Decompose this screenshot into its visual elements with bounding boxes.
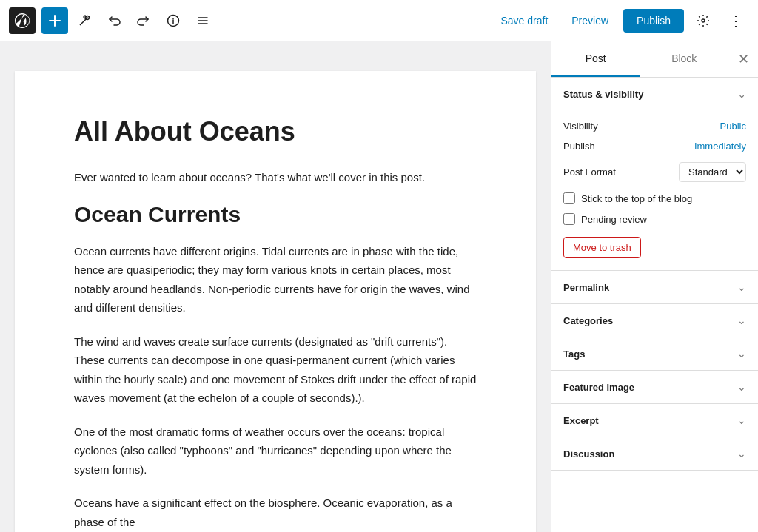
permalink-header[interactable]: Permalink ⌄ <box>551 271 758 303</box>
publish-row: Publish Immediately <box>563 136 746 156</box>
redo-button[interactable] <box>130 7 157 34</box>
permalink-title: Permalink <box>563 282 609 293</box>
excerpt-header[interactable]: Excerpt ⌄ <box>551 404 758 437</box>
add-block-button[interactable] <box>41 7 68 34</box>
toolbar: Save draft Preview Publish ⋮ <box>0 0 758 41</box>
paragraph-currents-2[interactable]: The wind and waves create surface curren… <box>74 332 477 408</box>
section-discussion: Discussion ⌄ <box>551 437 758 471</box>
info-button[interactable] <box>160 7 187 34</box>
stick-to-top-label[interactable]: Stick to the top of the blog <box>581 193 692 204</box>
move-to-trash-button[interactable]: Move to trash <box>563 237 641 258</box>
discussion-chevron: ⌄ <box>737 448 746 459</box>
publish-button[interactable]: Publish <box>623 9 684 33</box>
publish-meta-label: Publish <box>563 141 595 152</box>
discussion-header[interactable]: Discussion ⌄ <box>551 437 758 470</box>
visibility-label: Visibility <box>563 121 598 132</box>
post-body: Ever wanted to learn about oceans? That'… <box>74 168 477 531</box>
tools-button[interactable] <box>71 7 98 34</box>
excerpt-chevron: ⌄ <box>737 414 746 426</box>
sidebar-tabs: Post Block ✕ <box>551 41 758 78</box>
post-format-label: Post Format <box>563 166 616 178</box>
intro-paragraph[interactable]: Ever wanted to learn about oceans? That'… <box>74 168 477 187</box>
svg-point-2 <box>702 19 705 22</box>
stick-to-top-checkbox[interactable] <box>563 192 575 204</box>
pending-review-row: Pending review <box>563 209 746 229</box>
editor-area: All About Oceans Ever wanted to learn ab… <box>0 41 551 532</box>
categories-header[interactable]: Categories ⌄ <box>551 304 758 337</box>
featured-image-header[interactable]: Featured image ⌄ <box>551 371 758 403</box>
post-title[interactable]: All About Oceans <box>74 115 477 147</box>
tab-post[interactable]: Post <box>551 41 640 77</box>
paragraph-currents-1[interactable]: Ocean currents have different origins. T… <box>74 242 477 317</box>
toolbar-right: Save draft Preview Publish ⋮ <box>492 7 749 34</box>
section-status-visibility: Status & visibility ⌃ Visibility Public … <box>551 78 758 271</box>
section-permalink: Permalink ⌄ <box>551 271 758 304</box>
section-excerpt: Excerpt ⌄ <box>551 404 758 437</box>
post-format-select[interactable]: Standard Aside Image Video Quote Link Ga… <box>679 162 746 182</box>
tags-header[interactable]: Tags ⌄ <box>551 337 758 370</box>
categories-title: Categories <box>563 315 613 326</box>
editor-content: All About Oceans Ever wanted to learn ab… <box>15 71 536 532</box>
sidebar: Post Block ✕ Status & visibility ⌃ Visib… <box>551 41 758 532</box>
pending-review-checkbox[interactable] <box>563 213 575 225</box>
status-visibility-chevron: ⌃ <box>737 88 746 100</box>
undo-button[interactable] <box>101 7 127 34</box>
more-options-button[interactable]: ⋮ <box>722 7 749 34</box>
section-featured-image: Featured image ⌄ <box>551 371 758 404</box>
excerpt-title: Excerpt <box>563 415 599 426</box>
paragraph-biosphere[interactable]: Oceans have a significant effect on the … <box>74 494 477 531</box>
status-visibility-body: Visibility Public Publish Immediately Po… <box>551 110 758 270</box>
status-visibility-title: Status & visibility <box>563 89 643 100</box>
wordpress-logo <box>9 7 36 34</box>
status-visibility-header[interactable]: Status & visibility ⌃ <box>551 78 758 110</box>
tags-chevron: ⌄ <box>737 348 746 360</box>
featured-image-title: Featured image <box>563 382 634 393</box>
paragraph-cyclones[interactable]: One of the most dramatic forms of weathe… <box>74 422 477 479</box>
publish-meta-value[interactable]: Immediately <box>694 141 746 152</box>
tab-block[interactable]: Block <box>640 41 729 77</box>
list-view-button[interactable] <box>190 7 216 34</box>
categories-chevron: ⌄ <box>737 314 746 326</box>
permalink-chevron: ⌄ <box>737 281 746 293</box>
section-categories: Categories ⌄ <box>551 304 758 337</box>
discussion-title: Discussion <box>563 448 614 459</box>
post-format-row: Post Format Standard Aside Image Video Q… <box>563 156 746 188</box>
preview-button[interactable]: Preview <box>563 10 617 31</box>
pending-review-label[interactable]: Pending review <box>581 214 647 225</box>
toolbar-left <box>9 7 489 34</box>
section-heading-currents[interactable]: Ocean Currents <box>74 202 477 227</box>
settings-button[interactable] <box>690 7 717 34</box>
tags-title: Tags <box>563 349 585 360</box>
section-tags: Tags ⌄ <box>551 337 758 371</box>
visibility-value[interactable]: Public <box>720 121 746 132</box>
main-area: All About Oceans Ever wanted to learn ab… <box>0 41 758 532</box>
featured-image-chevron: ⌄ <box>737 381 746 393</box>
visibility-row: Visibility Public <box>563 116 746 136</box>
sidebar-close-button[interactable]: ✕ <box>728 41 758 77</box>
stick-to-top-row: Stick to the top of the blog <box>563 188 746 209</box>
save-draft-button[interactable]: Save draft <box>492 10 557 31</box>
